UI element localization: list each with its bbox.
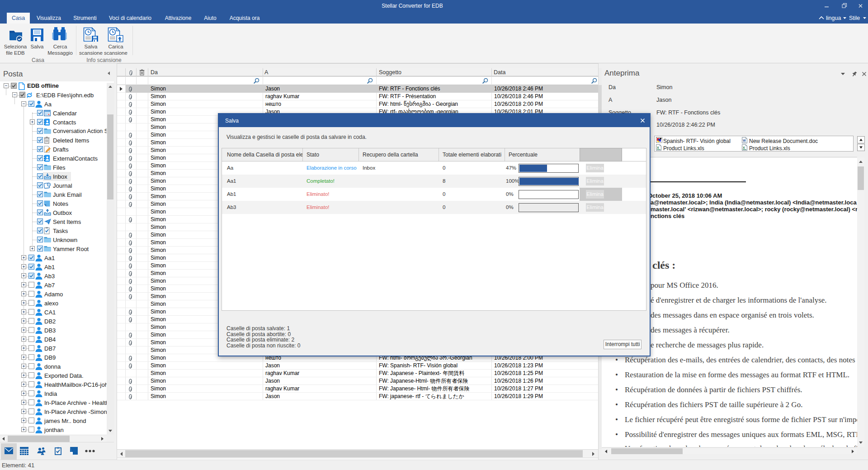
svg-text:X: X bbox=[743, 146, 745, 149]
svg-text:X: X bbox=[657, 146, 659, 149]
svg-text:W: W bbox=[743, 139, 746, 142]
